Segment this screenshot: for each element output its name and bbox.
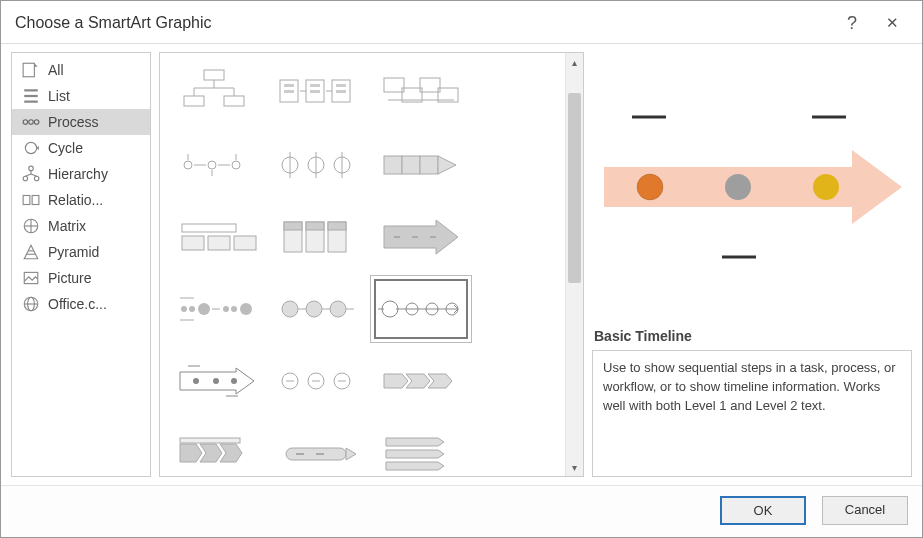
gallery-thumb[interactable] bbox=[374, 207, 468, 267]
svg-rect-61 bbox=[182, 236, 204, 250]
layout-gallery bbox=[160, 53, 565, 476]
sidebar-item-label: Office.c... bbox=[48, 296, 107, 312]
svg-point-82 bbox=[306, 301, 322, 317]
sidebar-item-process[interactable]: Process bbox=[12, 109, 150, 135]
svg-rect-63 bbox=[234, 236, 256, 250]
sidebar-item-label: Pyramid bbox=[48, 244, 99, 260]
sidebar-item-label: Process bbox=[48, 114, 99, 130]
gallery-thumb[interactable] bbox=[170, 423, 264, 476]
sidebar-item-cycle[interactable]: Cycle bbox=[12, 135, 150, 161]
gallery-thumb[interactable] bbox=[272, 63, 366, 123]
gallery-thumb[interactable] bbox=[272, 207, 366, 267]
sidebar-item-pyramid[interactable]: Pyramid bbox=[12, 239, 150, 265]
scroll-thumb[interactable] bbox=[568, 93, 581, 283]
cancel-button[interactable]: Cancel bbox=[822, 496, 908, 525]
sidebar-item-all[interactable]: All bbox=[12, 57, 150, 83]
svg-point-9 bbox=[23, 176, 28, 181]
svg-rect-65 bbox=[284, 222, 302, 230]
svg-rect-67 bbox=[306, 222, 324, 230]
svg-point-121 bbox=[813, 174, 839, 200]
gallery-thumb[interactable] bbox=[170, 135, 264, 195]
svg-rect-34 bbox=[310, 90, 320, 93]
close-button[interactable]: ✕ bbox=[872, 9, 912, 37]
sidebar-item-relationship[interactable]: Relatio... bbox=[12, 187, 150, 213]
titlebar: Choose a SmartArt Graphic ? ✕ bbox=[1, 1, 922, 44]
gallery-thumb[interactable] bbox=[374, 423, 468, 476]
svg-rect-30 bbox=[284, 84, 294, 87]
gallery-thumb[interactable] bbox=[374, 63, 468, 123]
gallery-wrap: ▴ ▾ bbox=[159, 52, 584, 477]
gallery-thumb[interactable] bbox=[272, 135, 366, 195]
svg-rect-57 bbox=[384, 156, 402, 174]
svg-point-81 bbox=[282, 301, 298, 317]
smartart-dialog: Choose a SmartArt Graphic ? ✕ All List P… bbox=[0, 0, 923, 538]
svg-point-89 bbox=[193, 378, 199, 384]
svg-point-6 bbox=[34, 120, 39, 125]
sidebar-item-office[interactable]: Office.c... bbox=[12, 291, 150, 317]
svg-rect-22 bbox=[204, 70, 224, 80]
scroll-down-arrow[interactable]: ▾ bbox=[566, 458, 583, 476]
svg-rect-0 bbox=[23, 63, 34, 77]
gallery-thumb[interactable] bbox=[374, 351, 468, 411]
svg-point-83 bbox=[330, 301, 346, 317]
gallery-thumb[interactable] bbox=[272, 279, 366, 339]
sidebar-item-matrix[interactable]: Matrix bbox=[12, 213, 150, 239]
svg-point-75 bbox=[198, 303, 210, 315]
svg-rect-59 bbox=[420, 156, 438, 174]
svg-point-5 bbox=[29, 120, 34, 125]
preview-description: Use to show sequential steps in a task, … bbox=[592, 350, 912, 477]
scroll-up-arrow[interactable]: ▴ bbox=[566, 53, 583, 71]
gallery-thumb[interactable] bbox=[374, 135, 468, 195]
svg-point-120 bbox=[725, 174, 751, 200]
sidebar-item-list[interactable]: List bbox=[12, 83, 150, 109]
gallery-thumb[interactable] bbox=[170, 279, 264, 339]
svg-rect-69 bbox=[328, 222, 346, 230]
gallery-thumb[interactable] bbox=[170, 207, 264, 267]
ok-button[interactable]: OK bbox=[720, 496, 806, 525]
pyramid-icon bbox=[22, 244, 40, 260]
gallery-scrollbar[interactable]: ▴ ▾ bbox=[565, 53, 583, 476]
process-icon bbox=[22, 114, 40, 130]
gallery-thumb[interactable] bbox=[170, 63, 264, 123]
gallery-thumb-basic-timeline[interactable] bbox=[374, 279, 468, 339]
sidebar-item-label: List bbox=[48, 88, 70, 104]
sidebar-item-label: Matrix bbox=[48, 218, 86, 234]
gallery-thumb[interactable] bbox=[272, 351, 366, 411]
office-icon bbox=[22, 296, 40, 312]
svg-rect-33 bbox=[310, 84, 320, 87]
svg-rect-62 bbox=[208, 236, 230, 250]
hierarchy-icon bbox=[22, 166, 40, 182]
svg-point-10 bbox=[34, 176, 39, 181]
gallery-thumb[interactable] bbox=[272, 423, 366, 476]
svg-point-47 bbox=[232, 161, 240, 169]
sidebar-item-label: Hierarchy bbox=[48, 166, 108, 182]
svg-point-45 bbox=[208, 161, 216, 169]
list-icon bbox=[22, 88, 40, 104]
preview-panel: Basic Timeline Use to show sequential st… bbox=[592, 52, 912, 477]
gallery-thumb[interactable] bbox=[170, 351, 264, 411]
svg-point-78 bbox=[240, 303, 252, 315]
svg-rect-12 bbox=[32, 196, 39, 205]
svg-rect-28 bbox=[224, 96, 244, 106]
svg-point-74 bbox=[189, 306, 195, 312]
category-sidebar: All List Process Cycle Hierarchy Relatio… bbox=[11, 52, 151, 477]
svg-rect-38 bbox=[384, 78, 404, 92]
sidebar-item-label: Picture bbox=[48, 270, 92, 286]
svg-point-84 bbox=[382, 301, 398, 317]
svg-point-43 bbox=[184, 161, 192, 169]
svg-point-90 bbox=[213, 378, 219, 384]
sidebar-item-label: Cycle bbox=[48, 140, 83, 156]
help-button[interactable]: ? bbox=[832, 9, 872, 37]
svg-rect-31 bbox=[284, 90, 294, 93]
svg-rect-27 bbox=[184, 96, 204, 106]
relationship-icon bbox=[22, 192, 40, 208]
sidebar-item-picture[interactable]: Picture bbox=[12, 265, 150, 291]
sidebar-item-label: Relatio... bbox=[48, 192, 103, 208]
all-icon bbox=[22, 62, 40, 78]
svg-rect-100 bbox=[180, 438, 240, 443]
sidebar-item-hierarchy[interactable]: Hierarchy bbox=[12, 161, 150, 187]
svg-point-76 bbox=[223, 306, 229, 312]
svg-rect-60 bbox=[182, 224, 236, 232]
preview-canvas bbox=[592, 52, 912, 322]
svg-point-8 bbox=[29, 166, 34, 171]
